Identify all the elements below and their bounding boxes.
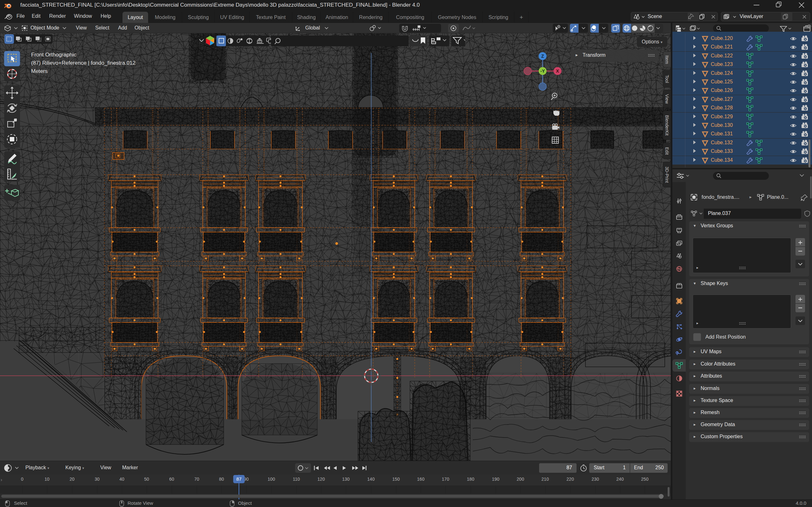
svg-text:X: X (556, 68, 559, 73)
svg-text:-Y: -Y (540, 68, 545, 73)
svg-text:Z: Z (541, 54, 544, 59)
